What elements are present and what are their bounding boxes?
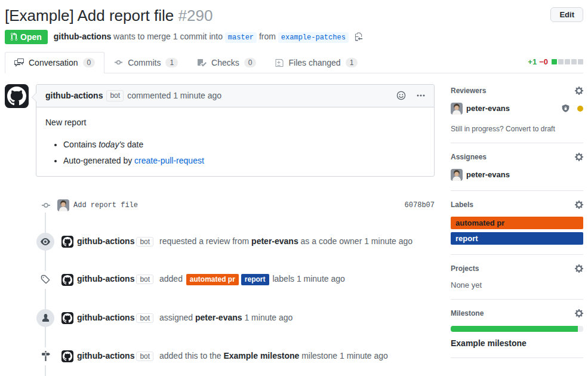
assignees-heading: Assignees [451, 153, 487, 161]
actor-link[interactable]: github-actions [77, 313, 134, 322]
sidebar-label-report[interactable]: report [451, 232, 583, 245]
milestone-name-link[interactable]: Example milestone [451, 338, 583, 348]
reviewer-link[interactable]: peter-evans [251, 236, 298, 246]
photo-avatar [451, 103, 463, 115]
tab-label: Conversation [29, 58, 78, 67]
milestone-progress-bar [451, 326, 583, 332]
pull-request-page: [Example] Add report file #290 Edit Open… [0, 0, 588, 376]
avatar-github-actions[interactable] [5, 84, 29, 108]
tab-bar: Conversation 0 Commits 1 Checks 0 Files … [5, 52, 583, 73]
label-automated-pr[interactable]: automated pr [186, 274, 239, 285]
reviewer-row: peter-evans [451, 103, 583, 115]
projects-empty-text: None yet [451, 281, 583, 289]
deletions-count: −0 [539, 57, 548, 66]
merge-summary: github-actions wants to merge 1 commit i… [54, 32, 349, 42]
clipboard-copy-icon [355, 32, 364, 42]
comment-discussion-icon [14, 58, 24, 67]
actor-link[interactable]: github-actions [77, 236, 134, 246]
commit-message-link[interactable]: Add report file [73, 201, 138, 209]
create-pull-request-link[interactable]: create-pull-request [134, 156, 204, 165]
header: [Example] Add report file #290 Edit [5, 6, 583, 26]
checklist-icon [197, 58, 207, 67]
comment-bullet: Auto-generated by create-pull-request [63, 155, 425, 167]
tab-checks[interactable]: Checks 0 [187, 52, 266, 73]
sidebar: Reviewers peter-evans Still in progre [451, 84, 583, 376]
comment-body: New report Contains today's date Auto-ge… [36, 107, 434, 176]
tab-count: 1 [165, 58, 178, 67]
git-commit-icon [41, 201, 51, 210]
git-commit-icon [114, 58, 123, 67]
edit-button[interactable]: Edit [550, 7, 583, 22]
actor-link[interactable]: github-actions [77, 274, 134, 283]
comment-author-link[interactable]: github-actions [45, 91, 103, 100]
tab-count: 0 [83, 58, 96, 67]
sidebar-label-automated-pr[interactable]: automated pr [451, 217, 583, 229]
assignees-gear-button[interactable] [575, 152, 583, 162]
projects-heading: Projects [451, 264, 479, 273]
octocat-avatar-icon [61, 312, 73, 324]
pr-description-comment: github-actions bot commented 1 minute ag… [5, 84, 435, 177]
label-report[interactable]: report [241, 274, 269, 285]
comment-meta: commented 1 minute ago [127, 91, 221, 100]
smiley-icon [396, 91, 406, 100]
reviewers-gear-button[interactable] [575, 86, 583, 95]
actor-link[interactable]: github-actions [77, 351, 134, 360]
emoji-reaction-button[interactable] [396, 91, 406, 100]
reviewer-name-link[interactable]: peter-evans [466, 104, 510, 113]
photo-avatar [57, 199, 69, 211]
event-assigned: github-actionsbot assigned peter-evans 1… [5, 309, 435, 327]
tab-label: Files changed [288, 58, 340, 67]
avatar-peter-evans[interactable] [57, 199, 69, 211]
head-branch-label[interactable]: example-patches [278, 32, 349, 43]
tab-files-changed[interactable]: Files changed 1 [266, 52, 367, 73]
convert-to-draft-hint[interactable]: Still in progress? Convert to draft [451, 125, 583, 133]
milestone-gear-button[interactable] [575, 309, 583, 318]
sidebar-section-milestone: Milestone Example milestone [451, 300, 583, 358]
commit-sha-link[interactable]: 6078b07 [405, 201, 435, 209]
comment-options-button[interactable] [417, 94, 425, 97]
milestone-icon [41, 351, 50, 361]
comment-header: github-actions bot commented 1 minute ag… [36, 85, 434, 107]
from-text: from [259, 32, 276, 41]
pr-number: #290 [178, 7, 213, 24]
labels-gear-button[interactable] [575, 200, 583, 209]
photo-avatar [451, 169, 463, 181]
diffstat: +1 −0 [528, 57, 583, 73]
projects-gear-button[interactable] [575, 264, 583, 273]
state-label: Open [20, 32, 42, 42]
avatar-peter-evans[interactable] [451, 103, 463, 115]
tab-commits[interactable]: Commits 1 [104, 52, 187, 73]
comment-box: github-actions bot commented 1 minute ag… [36, 84, 435, 177]
author-link[interactable]: github-actions [54, 32, 111, 41]
avatar-github-actions[interactable] [61, 312, 73, 324]
avatar-github-actions[interactable] [61, 350, 73, 362]
page-title: [Example] Add report file #290 [5, 6, 213, 26]
bot-badge: bot [106, 90, 124, 101]
gear-icon [575, 86, 583, 95]
avatar-peter-evans[interactable] [451, 169, 463, 181]
timeline-events: Add report file 6078b07 github-actionsbo… [5, 198, 435, 376]
avatar-github-actions[interactable] [61, 274, 73, 286]
avatar-github-actions[interactable] [61, 236, 73, 248]
commit-event: Add report file 6078b07 [5, 198, 435, 212]
milestone-progress-fill [451, 326, 578, 332]
event-review-requested: github-actionsbot requested a review fro… [5, 233, 435, 251]
milestone-link[interactable]: Example milestone [223, 351, 299, 360]
assignee-name-link[interactable]: peter-evans [466, 170, 510, 179]
pr-title: [Example] Add report file [5, 7, 174, 24]
labels-heading: Labels [451, 201, 473, 209]
comment-bullet: Contains today's date [63, 138, 425, 151]
eye-icon [41, 237, 50, 246]
tab-conversation[interactable]: Conversation 0 [5, 52, 104, 73]
shield-lock-icon [561, 104, 570, 113]
copy-branch-button[interactable] [355, 32, 364, 42]
assignee-link[interactable]: peter-evans [195, 313, 242, 322]
pending-review-dot [577, 106, 583, 112]
gear-icon [575, 200, 583, 209]
tab-count: 1 [346, 58, 358, 67]
base-branch-label[interactable]: master [225, 32, 257, 43]
milestone-heading: Milestone [451, 309, 484, 318]
sidebar-section-labels: Labels automated pr report [451, 191, 583, 255]
event-milestoned: github-actionsbot added this to the Exam… [5, 347, 435, 365]
octocat-avatar-icon [61, 274, 73, 286]
